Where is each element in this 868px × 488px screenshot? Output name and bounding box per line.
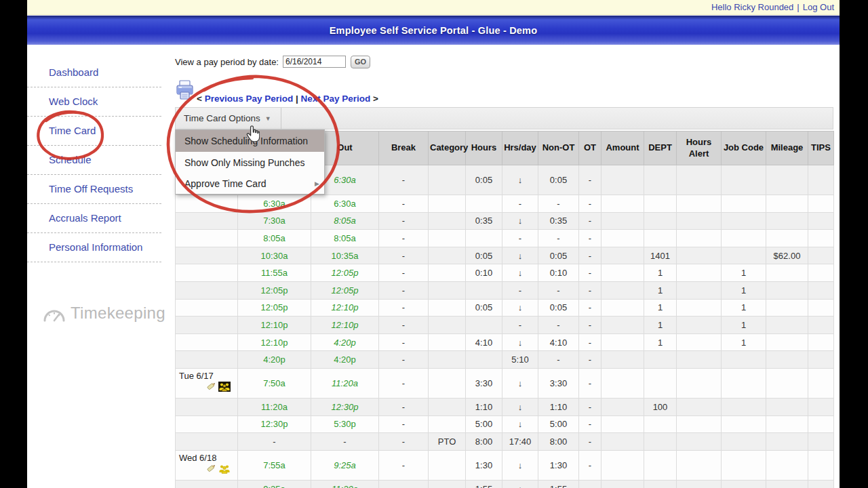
sidebar-item-schedule[interactable]: Schedule (27, 146, 161, 175)
cell-hours-alert (677, 212, 722, 230)
cell-in[interactable]: 7:30a (238, 212, 311, 230)
cell-amount (601, 433, 644, 451)
cell-non-ot: - (538, 230, 579, 247)
cell-out[interactable]: 12:05p (311, 264, 379, 282)
time-card-options-button[interactable]: Time Card Options ▼ (176, 108, 281, 129)
cell-in[interactable]: 12:30p (238, 415, 311, 433)
menu-item-approve-time-card[interactable]: Approve Time Card▶ (176, 173, 324, 194)
cell-in[interactable]: 12:10p (238, 333, 311, 351)
cell-amount (601, 212, 644, 230)
cell-hrs-day: - (502, 230, 538, 247)
cell-out[interactable]: 4:20p (311, 333, 379, 351)
next-pay-period-link[interactable]: Next Pay Period (301, 94, 371, 104)
go-button[interactable]: GO (351, 56, 370, 68)
pay-period-date-input[interactable] (283, 56, 346, 68)
cell-in[interactable]: 6:30a (238, 195, 311, 213)
cell-in[interactable]: 12:10p (238, 317, 311, 334)
cell-amount (601, 230, 644, 247)
cell-tips (808, 230, 834, 247)
sidebar-item-time-card[interactable]: Time Card (27, 117, 161, 146)
cell-tips (808, 165, 834, 195)
cell-in[interactable]: 4:20p (238, 351, 311, 369)
sidebar-item-accruals-report[interactable]: Accruals Report (27, 204, 161, 233)
cell-out[interactable]: 5:30p (311, 415, 379, 433)
cell-job-code: 1 (722, 299, 766, 317)
group-dark-icon[interactable] (218, 382, 231, 392)
col-header-hrs-day: Hrs/day (502, 131, 538, 165)
cell-hours: 4:10 (466, 333, 502, 351)
sidebar-item-time-off-requests[interactable]: Time Off Requests (27, 175, 161, 204)
cell-in[interactable]: 9:25a (238, 480, 311, 488)
printer-icon[interactable] (175, 79, 195, 102)
pencil-icon[interactable] (205, 382, 216, 391)
sidebar-item-personal-information[interactable]: Personal Information (27, 233, 161, 262)
cell-out[interactable]: 10:35a (311, 247, 379, 264)
cell-break: - (379, 368, 429, 398)
cell-in[interactable]: 11:55a (238, 264, 311, 282)
cell-in[interactable]: 12:05p (238, 281, 311, 299)
cell-mileage (766, 299, 808, 317)
greeting-link[interactable]: Hello Ricky Rounded (711, 2, 793, 12)
pencil-icon[interactable] (205, 464, 216, 473)
cell-mileage (766, 333, 808, 351)
cell-in[interactable]: 7:50a (238, 368, 311, 398)
cell-out[interactable]: 12:10p (311, 317, 379, 334)
cell-category (429, 281, 466, 299)
left-black-bar (0, 0, 27, 488)
cell-out[interactable]: 8:05a (311, 230, 379, 247)
cell-in[interactable]: 11:20a (238, 398, 311, 415)
cell-break: - (379, 212, 429, 230)
cell-job-code (722, 165, 766, 195)
timecard-toolbar: Time Card Options ▼ (175, 107, 833, 129)
group-icon[interactable] (218, 464, 231, 474)
cell-out[interactable]: 12:10p (311, 299, 379, 317)
cell-out[interactable]: 4:20p (311, 351, 379, 369)
cell-hours-alert (677, 195, 722, 213)
menu-item-show-scheduling-information[interactable]: Show Scheduling Information (176, 130, 324, 152)
logout-link[interactable]: Log Out (803, 2, 834, 12)
cell-out[interactable]: 8:05a (311, 212, 379, 230)
menu-item-show-only-missing-punches[interactable]: Show Only Missing Punches (176, 152, 324, 173)
cell-hrs-day: ↓ (502, 299, 538, 317)
cell-category (429, 480, 466, 488)
cell-non-ot: 5:00 (538, 415, 579, 433)
cell-out[interactable]: 11:20a (311, 480, 379, 488)
cell-out[interactable]: 11:20a (311, 368, 379, 398)
date-label: Tue 6/17 (179, 371, 235, 381)
cell-hrs-day: ↓ (502, 165, 538, 195)
logo-text: Timekeeping (71, 304, 165, 323)
cell-ot: - (579, 368, 601, 398)
cell-category (429, 195, 466, 213)
cell-in[interactable]: 8:05a (238, 230, 311, 247)
cell-dept: 1 (644, 299, 677, 317)
cell-out[interactable]: 9:25a (311, 450, 379, 480)
cell-ot: - (579, 195, 601, 213)
table-row: 12:10p12:10p----11 (176, 317, 834, 334)
cell-out[interactable]: 12:05p (311, 281, 379, 299)
cell-in[interactable]: 7:55a (238, 450, 311, 480)
cell-in[interactable]: 10:30a (238, 247, 311, 264)
sidebar-item-web-clock[interactable]: Web Clock (27, 87, 161, 117)
cell-hours-alert (677, 351, 722, 369)
cell-tips (808, 480, 834, 488)
cell-out: - (311, 433, 379, 451)
cell-hours-alert (677, 264, 722, 282)
cell-date (176, 212, 238, 230)
cell-date (176, 264, 238, 282)
pager-links: < Previous Pay Period | Next Pay Period … (197, 94, 378, 104)
previous-pay-period-link[interactable]: Previous Pay Period (205, 94, 294, 104)
cell-job-code (722, 398, 766, 415)
cell-hours-alert (677, 333, 722, 351)
cell-hours-alert (677, 281, 722, 299)
cell-dept: 1 (644, 281, 677, 299)
table-row: 11:55a12:05p-0:10↓0:10-11 (176, 264, 834, 282)
cell-in[interactable]: 12:05p (238, 299, 311, 317)
cell-date (176, 299, 238, 317)
cell-hours (466, 351, 502, 369)
cell-category (429, 165, 466, 195)
cell-hours: 5:00 (466, 415, 502, 433)
sidebar-item-dashboard[interactable]: Dashboard (27, 58, 161, 87)
cell-out[interactable]: 12:30p (311, 398, 379, 415)
cell-out[interactable]: 6:30a (311, 195, 379, 213)
cell-date (176, 333, 238, 351)
